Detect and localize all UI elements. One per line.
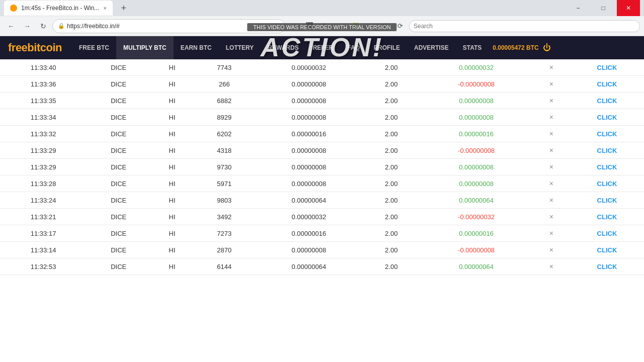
cell-profit: -0.00000008 — [420, 76, 533, 93]
tab-favicon — [10, 5, 17, 12]
click-link[interactable]: CLICK — [597, 180, 617, 188]
cell-bet: HI — [150, 126, 193, 142]
click-link[interactable]: CLICK — [597, 97, 617, 105]
trial-banner: THIS VIDEO WAS RECORDED WITH TRIAL VERSI… — [247, 23, 396, 31]
cell-click[interactable]: CLICK — [570, 142, 644, 159]
cell-x[interactable]: × — [533, 192, 570, 209]
cell-click[interactable]: CLICK — [570, 242, 644, 258]
table-row: 11:33:24 DICE HI 9803 0.00000064 2.00 0.… — [0, 192, 644, 209]
click-link[interactable]: CLICK — [597, 80, 617, 88]
cell-click[interactable]: CLICK — [570, 159, 644, 175]
delete-button[interactable]: × — [549, 97, 553, 105]
click-link[interactable]: CLICK — [597, 64, 617, 71]
delete-button[interactable]: × — [549, 262, 553, 270]
new-tab-button[interactable]: + — [117, 1, 131, 15]
cell-profit: 0.00000008 — [420, 159, 533, 175]
click-link[interactable]: CLICK — [597, 246, 617, 254]
cell-click[interactable]: CLICK — [570, 109, 644, 126]
cell-x[interactable]: × — [533, 175, 570, 192]
cell-x[interactable]: × — [533, 76, 570, 93]
delete-button[interactable]: × — [549, 63, 553, 71]
close-button[interactable]: ✕ — [617, 0, 640, 16]
cell-click[interactable]: CLICK — [570, 192, 644, 209]
delete-button[interactable]: × — [549, 179, 553, 188]
cell-roll: 5971 — [194, 175, 255, 192]
delete-button[interactable]: × — [549, 229, 553, 237]
click-link[interactable]: CLICK — [597, 163, 617, 171]
cell-profit: 0.00000032 — [420, 59, 533, 76]
delete-button[interactable]: × — [549, 213, 553, 221]
nav-advertise[interactable]: ADVERTISE — [407, 36, 456, 59]
cell-x[interactable]: × — [533, 109, 570, 126]
delete-button[interactable]: × — [549, 246, 553, 254]
buy-license-text: BUY LIFETIME LICENSE AT WWW.MIRILLIS.COM — [247, 62, 396, 67]
maximize-button[interactable]: □ — [592, 0, 615, 16]
browser-tab[interactable]: 1m:45s - FreeBitco.in - Win... × — [4, 1, 113, 16]
cell-bet: HI — [150, 109, 193, 126]
delete-button[interactable]: × — [549, 146, 553, 154]
delete-button[interactable]: × — [549, 196, 553, 204]
delete-button[interactable]: × — [549, 130, 553, 138]
cell-profit: 0.00000008 — [420, 109, 533, 126]
cell-wager: 0.00000008 — [255, 159, 363, 175]
cell-click[interactable]: CLICK — [570, 93, 644, 109]
click-link[interactable]: CLICK — [597, 263, 617, 270]
table-row: 11:33:34 DICE HI 8929 0.00000008 2.00 0.… — [0, 109, 644, 126]
cell-x[interactable]: × — [533, 59, 570, 76]
cell-click[interactable]: CLICK — [570, 209, 644, 225]
click-link[interactable]: CLICK — [597, 147, 617, 154]
cell-x[interactable]: × — [533, 225, 570, 242]
table-scroll-area[interactable]: 11:33:40 DICE HI 7743 0.00000032 2.00 0.… — [0, 59, 644, 344]
site-logo[interactable]: freebitcoin — [8, 41, 62, 54]
cell-x[interactable]: × — [533, 126, 570, 142]
cell-time: 11:33:17 — [0, 225, 87, 242]
tab-close-button[interactable]: × — [103, 5, 106, 11]
cell-roll: 6144 — [194, 258, 255, 275]
cell-roll: 3492 — [194, 209, 255, 225]
click-link[interactable]: CLICK — [597, 130, 617, 138]
search-input[interactable] — [409, 20, 640, 32]
cell-click[interactable]: CLICK — [570, 59, 644, 76]
cell-click[interactable]: CLICK — [570, 258, 644, 275]
cell-time: 11:33:35 — [0, 93, 87, 109]
nav-free-btc[interactable]: FREE BTC — [72, 36, 116, 59]
forward-button[interactable]: → — [20, 19, 34, 33]
click-link[interactable]: CLICK — [597, 197, 617, 204]
click-link[interactable]: CLICK — [597, 213, 617, 221]
cell-profit: 0.00000016 — [420, 126, 533, 142]
back-button[interactable]: ← — [4, 19, 18, 33]
cell-multiplier: 2.00 — [363, 109, 420, 126]
cell-x[interactable]: × — [533, 142, 570, 159]
delete-button[interactable]: × — [549, 113, 553, 121]
cell-game: DICE — [87, 109, 150, 126]
refresh-button[interactable]: ↻ — [36, 19, 50, 33]
cell-time: 11:33:28 — [0, 175, 87, 192]
cell-roll: 6882 — [194, 93, 255, 109]
cell-click[interactable]: CLICK — [570, 126, 644, 142]
delete-button[interactable]: × — [549, 80, 553, 88]
cell-bet: HI — [150, 142, 193, 159]
cell-click[interactable]: CLICK — [570, 225, 644, 242]
cell-game: DICE — [87, 76, 150, 93]
cell-click[interactable]: CLICK — [570, 175, 644, 192]
cell-time: 11:33:34 — [0, 109, 87, 126]
cell-game: DICE — [87, 93, 150, 109]
minimize-button[interactable]: − — [567, 0, 590, 16]
cell-multiplier: 2.00 — [363, 126, 420, 142]
nav-stats[interactable]: STATS — [456, 36, 489, 59]
cell-click[interactable]: CLICK — [570, 76, 644, 93]
delete-button[interactable]: × — [549, 163, 553, 171]
nav-earn-btc[interactable]: EARN BTC — [174, 36, 219, 59]
click-link[interactable]: CLICK — [597, 230, 617, 237]
cell-profit: 0.00000064 — [420, 192, 533, 209]
cell-x[interactable]: × — [533, 258, 570, 275]
cell-x[interactable]: × — [533, 159, 570, 175]
nav-multiply-btc[interactable]: MULTIPLY BTC — [116, 36, 174, 59]
cell-game: DICE — [87, 175, 150, 192]
cell-x[interactable]: × — [533, 242, 570, 258]
cell-x[interactable]: × — [533, 209, 570, 225]
cell-x[interactable]: × — [533, 93, 570, 109]
click-link[interactable]: CLICK — [597, 114, 617, 121]
cell-multiplier: 2.00 — [363, 209, 420, 225]
power-button[interactable]: ⏻ — [543, 43, 551, 52]
